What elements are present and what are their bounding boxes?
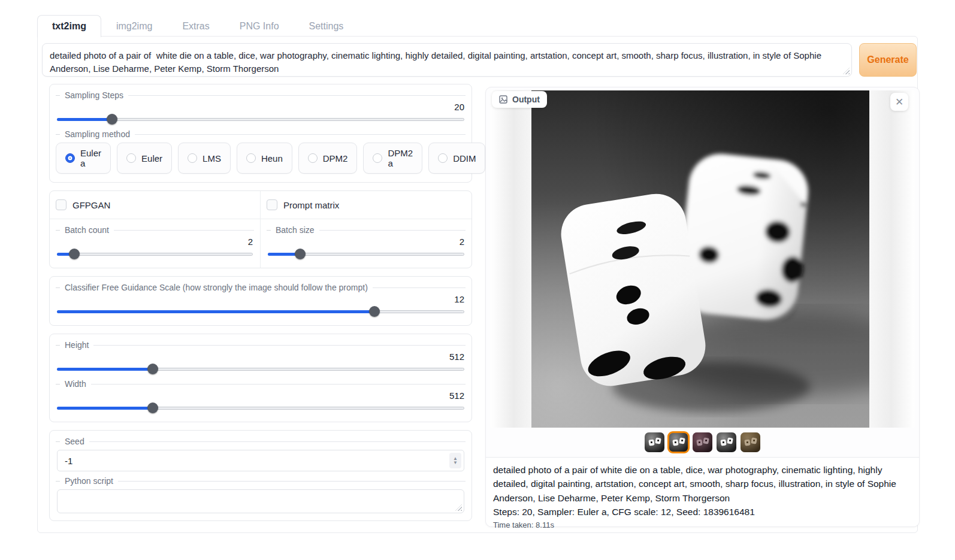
sampler-option-dpm2[interactable]: DPM2: [298, 143, 358, 174]
result-caption: detailed photo of a pair of white die on…: [486, 457, 919, 526]
sampler-option-dpm2-a[interactable]: DPM2 a: [363, 143, 422, 174]
caption-prompt: detailed photo of a pair of white die on…: [493, 463, 912, 505]
batch-size-slider[interactable]: [268, 249, 464, 259]
sampler-option-ddim[interactable]: DDIM: [428, 143, 485, 174]
sampler-option-lms[interactable]: LMS: [178, 143, 231, 174]
controls-column: Sampling Steps 20 Sampling method Euler …: [49, 84, 472, 529]
tab-png-info[interactable]: PNG Info: [225, 15, 294, 37]
sampler-option-label: LMS: [203, 153, 221, 164]
sampler-option-euler-a[interactable]: Euler a: [56, 143, 111, 174]
sampler-option-label: DDIM: [453, 153, 476, 164]
gallery-thumb-result-3[interactable]: [693, 432, 712, 452]
sampler-option-label: DPM2 a: [388, 148, 413, 168]
width-slider[interactable]: [57, 402, 464, 413]
width-label: Width: [56, 378, 466, 390]
carousel-prev-peek: [491, 90, 533, 428]
tab-extras[interactable]: Extras: [167, 15, 224, 37]
radio-icon[interactable]: [373, 153, 382, 163]
gallery-thumb-result-2[interactable]: [669, 432, 688, 452]
dimensions-group: Height 512 Width 512: [49, 334, 472, 422]
width-value: 512: [56, 390, 466, 402]
gallery-thumb-result-4[interactable]: [717, 432, 736, 452]
batch-size-value: 2: [267, 236, 466, 249]
generate-button[interactable]: Generate: [859, 43, 917, 77]
sampler-option-heun[interactable]: Heun: [237, 143, 292, 174]
tab-txt2img[interactable]: txt2img: [37, 15, 101, 37]
sampling-method-label: Sampling method: [56, 128, 466, 140]
prompt-input[interactable]: detailed photo of a pair of white die on…: [43, 44, 851, 76]
output-header: Output: [492, 91, 547, 108]
slider-knob[interactable]: [147, 364, 158, 374]
radio-icon[interactable]: [126, 153, 136, 163]
cfg-scale-label: Classifier Free Guidance Scale (how stro…: [56, 281, 466, 293]
resize-handle-icon[interactable]: [455, 504, 462, 511]
slider-knob[interactable]: [69, 249, 80, 259]
height-label: Height: [56, 339, 466, 351]
gfpgan-checkbox[interactable]: GFPGAN: [56, 199, 254, 210]
gallery-thumb-result-5[interactable]: [741, 432, 760, 452]
slider-knob[interactable]: [107, 114, 117, 125]
radio-icon[interactable]: [308, 153, 318, 163]
prompt-box: detailed photo of a pair of white die on…: [42, 43, 852, 77]
sampler-option-label: Euler: [141, 153, 162, 164]
cfg-group: Classifier Free Guidance Scale (how stro…: [49, 276, 472, 326]
slider-knob[interactable]: [147, 402, 158, 413]
sampling-steps-label: Sampling Steps: [56, 89, 466, 101]
slider-knob[interactable]: [295, 249, 306, 259]
batch-count-value: 2: [56, 236, 254, 249]
sampling-group: Sampling Steps 20 Sampling method Euler …: [49, 84, 472, 183]
sampler-option-label: Euler a: [80, 148, 101, 168]
radio-icon[interactable]: [438, 153, 448, 163]
height-slider[interactable]: [57, 364, 464, 374]
sampling-method-radio-group: Euler aEulerLMSHeunDPM2DPM2 aDDIMPLMS: [56, 143, 466, 174]
radio-icon[interactable]: [65, 153, 75, 163]
tab-bar: txt2imgimg2imgExtrasPNG InfoSettings: [37, 15, 358, 37]
carousel-next-peek: [869, 90, 914, 428]
sampler-option-euler[interactable]: Euler: [117, 143, 172, 174]
batch-group: GFPGAN Prompt matrix Batch count 2 Batch…: [49, 190, 472, 268]
sampler-option-label: DPM2: [323, 153, 348, 164]
slider-knob[interactable]: [369, 306, 380, 317]
prompt-matrix-label: Prompt matrix: [283, 200, 339, 210]
gfpgan-label: GFPGAN: [72, 200, 110, 210]
checkbox-icon[interactable]: [267, 199, 277, 210]
gallery-thumb-result-1[interactable]: [645, 432, 664, 452]
sampling-steps-value: 20: [56, 101, 466, 114]
time-taken: Time taken: 8.11s: [493, 520, 912, 529]
image-icon: [499, 95, 507, 104]
python-script-input[interactable]: [57, 489, 464, 513]
seed-input[interactable]: [57, 450, 464, 471]
prompt-row: detailed photo of a pair of white die on…: [42, 43, 917, 77]
number-spinner[interactable]: ▲▼: [449, 453, 461, 468]
cfg-scale-value: 12: [56, 293, 466, 306]
output-panel: Output ✕: [485, 87, 920, 527]
height-value: 512: [56, 351, 466, 364]
batch-size-label: Batch size: [267, 224, 466, 236]
sampler-option-label: Heun: [261, 153, 283, 164]
image-stage: [491, 90, 914, 428]
tab-settings[interactable]: Settings: [294, 15, 359, 37]
radio-icon[interactable]: [246, 153, 256, 163]
caption-params: Steps: 20, Sampler: Euler a, CFG scale: …: [493, 505, 912, 519]
seed-script-group: Seed ▲▼ Python script: [49, 430, 472, 521]
close-icon[interactable]: ✕: [890, 93, 908, 111]
prompt-matrix-checkbox[interactable]: Prompt matrix: [267, 199, 466, 210]
batch-count-slider[interactable]: [57, 249, 253, 259]
cfg-scale-slider[interactable]: [57, 306, 464, 317]
tab-img2img[interactable]: img2img: [101, 15, 167, 37]
sampling-steps-slider[interactable]: [57, 114, 464, 125]
output-label: Output: [512, 95, 540, 104]
checkbox-icon[interactable]: [56, 199, 67, 210]
generated-image[interactable]: [531, 90, 869, 428]
python-script-label: Python script: [56, 475, 466, 487]
stable-diffusion-webui: txt2imgimg2imgExtrasPNG InfoSettings det…: [0, 0, 955, 560]
radio-icon[interactable]: [188, 153, 197, 163]
seed-label: Seed: [56, 435, 466, 447]
batch-count-label: Batch count: [56, 224, 254, 236]
gallery-thumbnails: [486, 432, 919, 452]
